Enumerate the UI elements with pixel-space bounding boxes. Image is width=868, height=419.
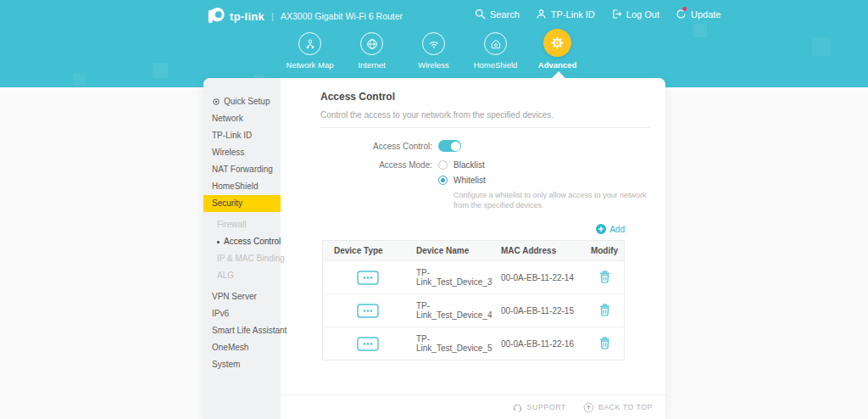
col-mac-address: MAC Address bbox=[501, 246, 583, 255]
header-actions: Search TP-Link ID Log Out Update bbox=[475, 8, 721, 20]
sidebar-item-wireless[interactable]: Wireless bbox=[203, 144, 281, 161]
wireless-icon bbox=[428, 38, 440, 50]
gear-icon bbox=[550, 36, 565, 50]
page-title: Access Control bbox=[320, 91, 650, 103]
logout-button[interactable]: Log Out bbox=[611, 8, 659, 20]
radio-unchecked-icon bbox=[438, 160, 448, 170]
brand-name: tp-link bbox=[230, 10, 264, 23]
support-label: SUPPORT bbox=[527, 403, 566, 411]
nav-network-map[interactable]: Network Map bbox=[279, 29, 341, 70]
tplink-logo-icon bbox=[207, 7, 225, 25]
whitelist-hint: Configure a whitelist to only allow acce… bbox=[453, 190, 647, 210]
blacklist-radio[interactable]: Blacklist bbox=[438, 160, 647, 170]
decor-square bbox=[153, 63, 168, 78]
access-control-toggle-label: Access Control: bbox=[281, 142, 432, 151]
tplink-id-button[interactable]: TP-Link ID bbox=[536, 8, 595, 20]
sidebar-item-system[interactable]: System bbox=[203, 356, 281, 373]
device-name: TP-Link_Test_Device_3 bbox=[416, 268, 501, 287]
access-control-toggle[interactable] bbox=[438, 140, 461, 152]
nav-advanced[interactable]: Advanced bbox=[526, 29, 588, 70]
sidebar-item-network[interactable]: Network bbox=[203, 110, 281, 127]
col-device-type: Device Type bbox=[323, 246, 416, 255]
delete-icon[interactable] bbox=[599, 337, 610, 349]
sidebar-item-onemesh[interactable]: OneMesh bbox=[203, 339, 281, 356]
page-description: Control the access to your network from … bbox=[320, 110, 650, 120]
nav-homeshield-label: HomeShield bbox=[474, 60, 518, 70]
quick-setup-icon bbox=[212, 98, 220, 106]
search-icon bbox=[475, 8, 486, 20]
selected-bullet bbox=[217, 241, 220, 243]
brand-separator: | bbox=[271, 11, 274, 21]
device-name: TP-Link_Test_Device_5 bbox=[416, 334, 501, 353]
add-icon bbox=[596, 224, 606, 234]
sidebar-item-ipv6[interactable]: IPv6 bbox=[203, 305, 281, 322]
device-type-icon bbox=[357, 304, 379, 318]
network-map-icon bbox=[304, 38, 316, 50]
device-name: TP-Link_Test_Device_4 bbox=[416, 301, 501, 320]
table-header: Device Type Device Name MAC Address Modi… bbox=[323, 241, 624, 260]
table-row: TP-Link_Test_Device_5 00-0A-EB-11-22-16 bbox=[323, 327, 624, 360]
sidebar-item-tplink-id[interactable]: TP-Link ID bbox=[203, 127, 281, 144]
sidebar-item-ip-mac-binding[interactable]: IP & MAC Binding bbox=[203, 250, 281, 267]
mac-address: 00-0A-EB-11-22-14 bbox=[501, 273, 583, 282]
device-type-icon bbox=[357, 271, 379, 285]
delete-icon[interactable] bbox=[599, 271, 610, 283]
decor-square bbox=[73, 73, 85, 85]
sidebar-item-alg[interactable]: ALG bbox=[203, 267, 281, 284]
update-badge bbox=[682, 7, 687, 11]
whitelist-radio[interactable]: Whitelist bbox=[438, 176, 647, 185]
sidebar-item-smart-life-assistant[interactable]: Smart Life Assistant bbox=[203, 322, 281, 339]
decor-square bbox=[693, 24, 707, 37]
nav-advanced-label: Advanced bbox=[538, 60, 576, 70]
col-modify: Modify bbox=[583, 246, 626, 255]
nav-internet[interactable]: Internet bbox=[341, 29, 403, 70]
support-button[interactable]: SUPPORT bbox=[512, 402, 566, 413]
add-label: Add bbox=[609, 225, 625, 234]
logout-label: Log Out bbox=[626, 9, 659, 20]
nav-internet-label: Internet bbox=[358, 60, 385, 70]
device-table: Device Type Device Name MAC Address Modi… bbox=[322, 240, 625, 360]
radio-checked-icon bbox=[438, 176, 448, 185]
tplink-id-label: TP-Link ID bbox=[551, 9, 595, 20]
user-icon bbox=[536, 8, 547, 20]
divider bbox=[320, 127, 650, 128]
decor-square bbox=[812, 37, 831, 56]
search-button[interactable]: Search bbox=[475, 8, 520, 20]
panel-footer: SUPPORT BACK TO TOP bbox=[281, 394, 665, 419]
nav-network-map-label: Network Map bbox=[287, 60, 334, 70]
back-to-top-label: BACK TO TOP bbox=[598, 403, 653, 411]
arrow-up-circle-icon bbox=[583, 402, 594, 413]
sidebar-item-nat-forwarding[interactable]: NAT Forwarding bbox=[203, 161, 281, 178]
mac-address: 00-0A-EB-11-22-15 bbox=[501, 306, 583, 316]
sidebar-item-quick-setup[interactable]: Quick Setup bbox=[203, 93, 281, 110]
mac-address: 00-0A-EB-11-22-16 bbox=[501, 339, 583, 349]
sidebar-item-security[interactable]: Security bbox=[203, 195, 281, 212]
access-control-form: Access Control: Access Mode: Blacklist W… bbox=[281, 140, 665, 210]
product-name: AX3000 Gigabit Wi-Fi 6 Router bbox=[281, 11, 403, 21]
back-to-top-button[interactable]: BACK TO TOP bbox=[583, 402, 653, 413]
nav-wireless[interactable]: Wireless bbox=[403, 29, 465, 70]
headset-icon bbox=[512, 402, 523, 413]
add-device-button[interactable]: Add bbox=[596, 224, 625, 234]
logout-icon bbox=[611, 8, 622, 20]
sidebar-item-homeshield[interactable]: HomeShield bbox=[203, 178, 281, 195]
main-nav: Network Map Internet Wireless bbox=[279, 29, 588, 70]
col-device-name: Device Name bbox=[416, 246, 501, 255]
device-type-icon bbox=[357, 337, 379, 351]
sidebar-item-firewall[interactable]: Firewall bbox=[203, 216, 281, 233]
update-label: Update bbox=[691, 9, 721, 20]
sidebar-item-vpn-server[interactable]: VPN Server bbox=[203, 288, 281, 305]
brand-logo: tp-link | AX3000 Gigabit Wi-Fi 6 Router bbox=[207, 7, 403, 25]
sidebar: Quick Setup Network TP-Link ID Wireless … bbox=[203, 78, 281, 419]
header-band: tp-link | AX3000 Gigabit Wi-Fi 6 Router … bbox=[0, 0, 868, 87]
internet-icon bbox=[366, 38, 378, 50]
content-area: Access Control Control the access to you… bbox=[281, 78, 665, 419]
sidebar-item-access-control[interactable]: Access Control bbox=[203, 233, 281, 250]
delete-icon[interactable] bbox=[599, 304, 610, 316]
nav-homeshield[interactable]: HomeShield bbox=[465, 29, 526, 70]
main-panel: Quick Setup Network TP-Link ID Wireless … bbox=[203, 78, 665, 419]
table-row: TP-Link_Test_Device_4 00-0A-EB-11-22-15 bbox=[323, 293, 624, 327]
access-mode-label: Access Mode: bbox=[281, 160, 432, 170]
update-button[interactable]: Update bbox=[676, 8, 721, 20]
table-row: TP-Link_Test_Device_3 00-0A-EB-11-22-14 bbox=[323, 260, 624, 293]
